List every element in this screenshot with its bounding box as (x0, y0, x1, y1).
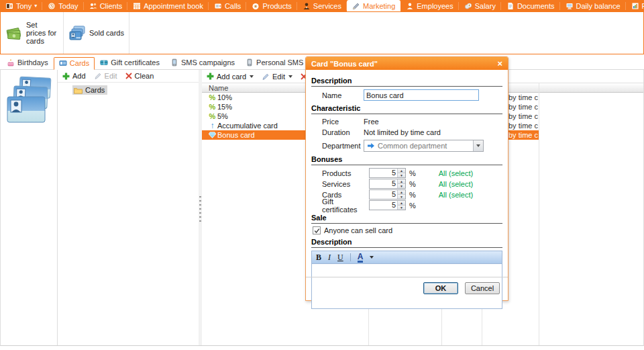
tab-cards[interactable]: Cards (54, 57, 95, 70)
card-groups-panel: Add Edit Clean Cards (57, 70, 199, 345)
card-icon (59, 59, 67, 67)
plus-icon (207, 73, 214, 80)
section-bonuses: Bonuses (311, 155, 502, 165)
checkmark-icon (314, 228, 320, 234)
services-all-select-link[interactable]: All (select) (439, 180, 473, 188)
row-name: 15% (217, 103, 232, 111)
menu-label: Appointment book (144, 2, 203, 10)
menu-label: Documents (517, 2, 555, 10)
add-card-button[interactable]: Add card (207, 73, 254, 81)
products-bonus-spinner[interactable]: 5 ▲▼ (369, 168, 406, 178)
spinner-down-icon[interactable]: ▼ (398, 205, 405, 210)
menu-label: Reports (642, 2, 644, 10)
chevron-down-icon: ▾ (34, 3, 37, 9)
sms-phone-icon (170, 58, 178, 67)
menu-label: Marketing (363, 2, 395, 10)
dialog-titlebar[interactable]: Card "Bonus card" × (306, 57, 508, 70)
add-group-button[interactable]: Add (62, 72, 86, 80)
edit-group-button[interactable]: Edit (94, 72, 117, 80)
cards-illustration-panel (1, 70, 57, 345)
menu-label: Daily balance (576, 2, 621, 10)
salary-icon (464, 2, 472, 10)
add-card-label: Add card (217, 73, 246, 81)
chevron-down-icon (476, 144, 480, 147)
spinner-down-icon[interactable]: ▼ (398, 183, 405, 188)
cards-stack-image (5, 75, 54, 126)
section-description: Description (311, 77, 502, 87)
tab-sms-campaigns[interactable]: SMS campaigns (165, 56, 240, 69)
chevron-down-icon[interactable] (370, 256, 374, 259)
gift-certificate-icon (100, 58, 108, 67)
tree-item-cards[interactable]: Cards (72, 85, 107, 95)
menu-item-tony[interactable]: Tony ▾ (0, 0, 42, 12)
name-input[interactable] (364, 89, 479, 101)
sold-cards-button[interactable]: Sold cards (64, 12, 129, 54)
gift-certificates-bonus-spinner[interactable]: 5 ▲▼ (369, 200, 406, 210)
tab-label: Birthdays (17, 58, 48, 67)
font-color-button[interactable]: A (358, 253, 364, 263)
row-name: Bonus card (217, 131, 255, 139)
description-editor: B I U A (311, 251, 502, 309)
menu-item-calls[interactable]: Calls (209, 0, 246, 12)
department-dropdown-button[interactable] (473, 140, 483, 151)
main-menubar: Tony ▾ Today Clients Appointment book Ca… (0, 0, 644, 12)
row-duration: by time card (508, 122, 538, 130)
menu-item-daily-balance[interactable]: Daily balance (560, 0, 626, 12)
menu-label: Employees (417, 2, 453, 10)
products-all-select-link[interactable]: All (select) (439, 169, 473, 177)
menu-item-appointment-book[interactable]: Appointment book (127, 0, 209, 12)
menu-item-today[interactable]: Today (42, 0, 83, 12)
percent-unit: % (409, 180, 416, 188)
employees-icon (406, 2, 414, 10)
set-prices-for-cards-button[interactable]: Set prices for cards (1, 12, 64, 54)
department-select[interactable]: Common department (364, 140, 484, 152)
italic-button[interactable]: I (328, 253, 331, 261)
today-icon (48, 2, 56, 10)
menu-item-clients[interactable]: Clients (84, 0, 128, 12)
spinner-down-icon[interactable]: ▼ (398, 194, 405, 199)
menu-item-salary[interactable]: Salary (459, 0, 501, 12)
dialog-close-icon[interactable]: × (497, 59, 502, 68)
row-duration: by time card (508, 112, 538, 120)
clean-groups-button[interactable]: Clean (125, 72, 154, 80)
anyone-can-sell-checkbox[interactable] (313, 226, 321, 234)
menu-label: Services (313, 2, 341, 10)
name-label: Name (322, 91, 364, 99)
department-value: Common department (378, 142, 447, 150)
ok-button[interactable]: OK (423, 282, 458, 294)
appointment-book-icon (133, 2, 141, 10)
tab-birthdays[interactable]: Birthdays (1, 56, 54, 69)
cancel-button[interactable]: Cancel (465, 282, 500, 294)
menu-item-products[interactable]: Products (246, 0, 297, 12)
dialog-body: Description Name Characteristic Price Fr… (306, 70, 508, 300)
cards-bonus-spinner[interactable]: 5 ▲▼ (369, 189, 406, 200)
cards-all-select-link[interactable]: All (select) (439, 191, 473, 199)
menu-item-marketing[interactable]: Marketing (347, 0, 400, 12)
services-icon (303, 2, 311, 10)
tab-gift-certificates[interactable]: Gift certificates (95, 56, 165, 69)
edit-group-label: Edit (105, 72, 117, 80)
menu-item-employees[interactable]: Employees (400, 0, 458, 12)
add-group-label: Add (72, 72, 86, 80)
toolbar-separator (350, 253, 351, 261)
section-card-description: Description (311, 238, 502, 248)
services-bonus-label: Services (322, 180, 369, 188)
menu-item-reports[interactable]: Reports (626, 0, 644, 12)
menu-label: Clients (100, 2, 123, 10)
spinner-down-icon[interactable]: ▼ (398, 173, 405, 177)
tab-personal-sms[interactable]: Personal SMS (240, 56, 309, 69)
underline-button[interactable]: U (337, 253, 343, 261)
menu-label: Tony (16, 2, 32, 10)
pencil-icon (94, 72, 102, 80)
percent-unit: % (409, 169, 416, 177)
dialog-footer: OK Cancel (423, 282, 500, 294)
price-label: Price (322, 118, 364, 126)
menu-item-documents[interactable]: Documents (501, 0, 560, 12)
edit-card-button[interactable]: Edit (262, 73, 292, 81)
daily-balance-icon (566, 2, 574, 10)
services-bonus-spinner[interactable]: 5 ▲▼ (369, 179, 406, 189)
duration-value: Not limited by time card (364, 128, 441, 136)
documents-icon (506, 2, 515, 10)
bold-button[interactable]: B (316, 253, 321, 261)
menu-item-services[interactable]: Services (297, 0, 347, 12)
